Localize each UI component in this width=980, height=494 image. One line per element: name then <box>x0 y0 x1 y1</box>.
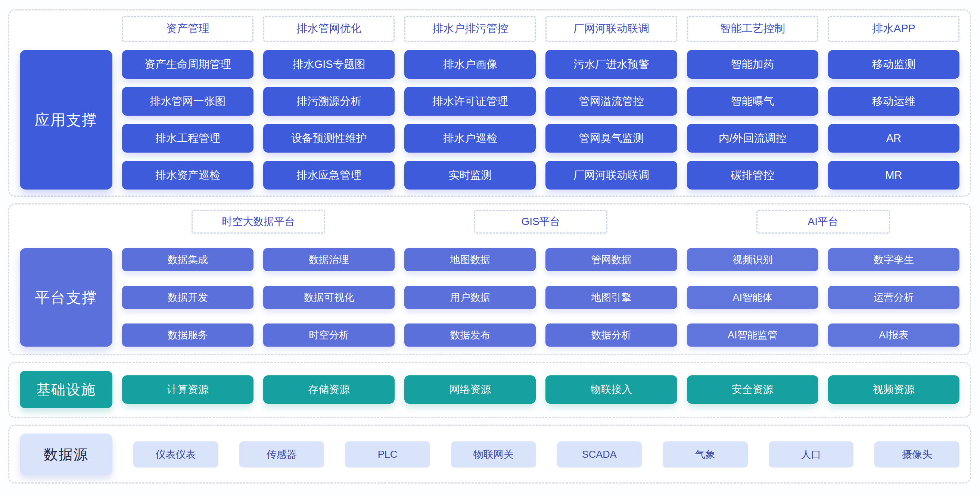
section-application-support: 资产管理 排水管网优化 排水户排污管控 厂网河联动联调 智能工艺控制 排水APP… <box>8 10 971 197</box>
app-item[interactable]: 排水许可证管理 <box>404 87 536 116</box>
datasource-item[interactable]: 物联网关 <box>451 442 536 467</box>
platform-header-ai: AI平台 <box>756 210 890 233</box>
app-item[interactable]: 智能曝气 <box>687 87 818 116</box>
section-platform-support: 时空大数据平台 GIS平台 AI平台 平台支撑 数据集成 数据开发 数据服务 数… <box>8 203 971 355</box>
app-item[interactable]: 移动监测 <box>828 50 959 79</box>
app-item[interactable]: 排水户画像 <box>404 50 536 79</box>
group-header-network-optimization: 排水管网优化 <box>263 16 395 42</box>
infra-item[interactable]: 视频资源 <box>828 375 959 404</box>
app-item[interactable]: 排污溯源分析 <box>263 87 395 116</box>
layer-label-infrastructure: 基础设施 <box>20 371 112 408</box>
app-item[interactable]: 设备预测性维护 <box>263 124 395 152</box>
datasource-item[interactable]: 气象 <box>663 442 748 467</box>
app-item[interactable]: 移动运维 <box>828 87 959 116</box>
infra-item[interactable]: 存储资源 <box>263 375 395 404</box>
datasource-item[interactable]: PLC <box>345 442 430 467</box>
app-item[interactable]: MR <box>828 161 959 189</box>
infra-item[interactable]: 物联接入 <box>546 375 677 404</box>
app-item[interactable]: AR <box>828 124 959 152</box>
group-header-smart-process-control: 智能工艺控制 <box>687 16 818 42</box>
app-item[interactable]: 管网臭气监测 <box>546 124 677 152</box>
app-item[interactable]: 资产生命周期管理 <box>122 50 253 79</box>
group-header-discharge-control: 排水户排污管控 <box>404 16 536 42</box>
app-item[interactable]: 排水资产巡检 <box>122 161 253 189</box>
section-infrastructure: 基础设施 计算资源 存储资源 网络资源 物联接入 安全资源 视频资源 <box>8 362 971 418</box>
datasource-item[interactable]: 仪表仪表 <box>133 442 218 467</box>
app-item[interactable]: 排水工程管理 <box>122 124 253 152</box>
datasource-item[interactable]: 摄像头 <box>874 442 959 467</box>
datasource-item[interactable]: 传感器 <box>239 442 325 467</box>
app-item[interactable]: 管网溢流管控 <box>546 87 677 116</box>
infra-item[interactable]: 网络资源 <box>404 375 536 404</box>
platform-item[interactable]: 数据可视化 <box>263 286 395 309</box>
datasource-item[interactable]: SCADA <box>557 442 642 467</box>
platform-item[interactable]: AI智能体 <box>687 286 818 309</box>
app-item[interactable]: 内/外回流调控 <box>687 124 818 152</box>
platform-item[interactable]: 数据服务 <box>122 324 253 346</box>
datasource-item[interactable]: 人口 <box>769 442 854 467</box>
platform-item[interactable]: 用户数据 <box>404 286 536 309</box>
platform-item[interactable]: 数据开发 <box>122 286 253 309</box>
infra-item[interactable]: 安全资源 <box>687 375 818 404</box>
platform-item[interactable]: 运营分析 <box>828 286 959 309</box>
spacer <box>20 16 112 42</box>
platform-header-gis: GIS平台 <box>474 210 608 233</box>
platform-header-spatiotemporal-bigdata: 时空大数据平台 <box>191 210 325 233</box>
platform-item[interactable]: 数据发布 <box>404 324 536 346</box>
platform-item[interactable]: 数字孪生 <box>828 248 959 271</box>
infra-item[interactable]: 计算资源 <box>122 375 253 404</box>
platform-item[interactable]: 时空分析 <box>263 324 395 346</box>
section-data-sources: 数据源 仪表仪表 传感器 PLC 物联网关 SCADA 气象 人口 摄像头 <box>8 425 971 484</box>
platform-item[interactable]: 地图数据 <box>404 248 536 271</box>
architecture-diagram: 资产管理 排水管网优化 排水户排污管控 厂网河联动联调 智能工艺控制 排水APP… <box>0 0 980 494</box>
layer-label-application-support: 应用支撑 <box>20 50 112 189</box>
platform-item[interactable]: 地图引擎 <box>546 286 677 309</box>
app-item[interactable]: 实时监测 <box>404 161 536 189</box>
layer-label-platform-support: 平台支撑 <box>20 248 112 346</box>
app-item[interactable]: 厂网河联动联调 <box>546 161 677 189</box>
app-item[interactable]: 智能加药 <box>687 50 818 79</box>
platform-item[interactable]: AI智能监管 <box>687 324 818 346</box>
platform-item[interactable]: 数据集成 <box>122 248 253 271</box>
platform-item[interactable]: 管网数据 <box>546 248 677 271</box>
group-header-asset-management: 资产管理 <box>122 16 253 42</box>
app-item[interactable]: 排水GIS专题图 <box>263 50 395 79</box>
app-item[interactable]: 排水应急管理 <box>263 161 395 189</box>
app-item[interactable]: 污水厂进水预警 <box>546 50 677 79</box>
group-header-plant-network-river: 厂网河联动联调 <box>546 16 677 42</box>
group-header-drainage-app: 排水APP <box>828 16 959 42</box>
platform-item[interactable]: 数据分析 <box>546 324 677 346</box>
spacer <box>20 210 112 233</box>
layer-label-data-sources: 数据源 <box>20 434 112 475</box>
app-item[interactable]: 碳排管控 <box>687 161 818 189</box>
platform-item[interactable]: 视频识别 <box>687 248 818 271</box>
platform-item[interactable]: AI报表 <box>828 324 959 346</box>
platform-item[interactable]: 数据治理 <box>263 248 395 271</box>
app-item[interactable]: 排水管网一张图 <box>122 87 253 116</box>
app-item[interactable]: 排水户巡检 <box>404 124 536 152</box>
